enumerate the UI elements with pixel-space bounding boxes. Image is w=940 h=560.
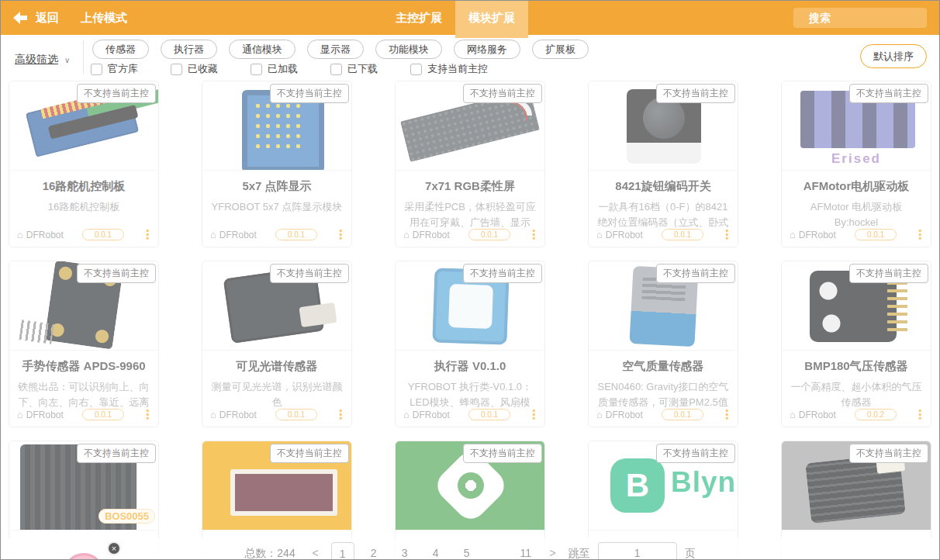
module-card[interactable]: 不支持当前主控 执行器 V0.1.0 YFROBOT 执行类-V0.1.0：LE… [395,261,545,427]
category-sensor[interactable]: 传感器 [92,40,149,59]
kebab-menu-icon[interactable]: ⋮ [527,230,538,240]
kebab-menu-icon[interactable]: ⋮ [721,230,731,240]
kebab-menu-icon[interactable]: ⋮ [914,230,924,240]
checkbox-downloaded[interactable]: 已下载 [330,62,378,76]
next-page-button[interactable]: > [545,542,561,560]
card-footer: ⌂ DFRobot 0.0.1 ⋮ [596,409,731,420]
version-badge: 0.0.1 [82,409,124,420]
category-network[interactable]: 网络服务 [454,40,520,59]
back-label[interactable]: 返回 [36,11,59,26]
module-title: 7x71 RGB柔性屏 [396,179,544,194]
module-card[interactable]: 不支持当前主控 5x7 点阵显示 YFROBOT 5x7 点阵显示模块 ⌂ DF… [202,81,352,247]
version-wrap: 0.0.2 [838,409,914,420]
card-footer: ⌂ DFRobot 0.0.1 ⋮ [210,409,345,420]
module-title: 8421旋钮编码开关 [589,179,738,194]
back-button[interactable]: 返回 [13,11,59,26]
home-icon: ⌂ [596,409,603,420]
back-arrow-icon [13,12,29,24]
module-card[interactable]: Erised 不支持当前主控 AFMotor电机驱动板 AFMotor 电机驱动… [781,81,931,247]
page-number[interactable]: 5 [455,542,479,560]
version-badge: 0.0.1 [855,229,897,240]
prev-page-button[interactable]: < [308,542,323,560]
page-number[interactable]: 1 [331,542,354,560]
module-description: 采用柔性PCB，体积轻盈可应用在可穿戴、广告墙、显示屏、节日... [396,199,544,230]
module-image-caption: Blynk [671,466,738,499]
category-display[interactable]: 显示器 [307,40,364,59]
card-footer: ⌂ DFRobot 0.0.1 ⋮ [210,229,345,240]
version-wrap: 0.0.1 [65,229,141,240]
publisher-name: DFRobot [26,230,64,240]
publisher: ⌂ DFRobot [596,409,645,420]
advanced-filter-toggle[interactable]: 高级筛选 ∨ [15,53,70,67]
card-footer: ⌂ DFRobot 0.0.1 ⋮ [403,229,538,240]
module-card[interactable]: 不支持当前主控 7x71 RGB柔性屏 采用柔性PCB，体积轻盈可应用在可穿戴、… [395,81,545,247]
publisher: ⌂ DFRobot [17,409,65,420]
publisher: ⌂ DFRobot [403,229,451,240]
total-count: 244 [277,547,295,559]
module-card[interactable]: 不支持当前主控 BMP180气压传感器 一个高精度、超小体积的气压传感器 ⌂ D… [781,261,931,427]
unsupported-badge: 不支持当前主控 [270,264,349,283]
card-footer: ⌂ DFRobot 0.0.1 ⋮ [17,409,152,420]
category-actuator[interactable]: 执行器 [161,40,217,59]
chevron-down-icon: ∨ [64,56,70,64]
checkbox-official[interactable]: 官方库 [91,62,138,76]
unsupported-badge: 不支持当前主控 [656,84,735,103]
checkbox-loaded[interactable]: 已加载 [251,62,298,76]
module-title: 16路舵机控制板 [9,179,158,194]
module-card[interactable]: 不支持当前主控 可见光谱传感器 测量可见光光谱，识别光谱颜色 ⌂ DFRobot… [202,261,352,427]
search-box[interactable] [793,8,927,28]
module-title: BMP180气压传感器 [782,359,931,374]
checkbox-supported[interactable]: 支持当前主控 [410,62,488,76]
version-badge: 0.0.1 [662,409,703,420]
category-communication[interactable]: 通信模块 [229,40,295,59]
version-wrap: 0.0.1 [258,229,334,240]
category-shield[interactable]: 扩展板 [532,40,589,59]
version-wrap: 0.0.1 [838,229,914,240]
module-card[interactable]: 不支持当前主控 手势传感器 APDS-9960 铁熊出品：可以识别向上、向下、向… [9,261,159,427]
kebab-menu-icon[interactable]: ⋮ [334,230,345,240]
checkbox-label: 已下载 [347,62,378,76]
home-icon: ⌂ [210,409,216,420]
kebab-menu-icon[interactable]: ⋮ [141,230,152,240]
category-function[interactable]: 功能模块 [375,40,442,59]
page-number[interactable]: 4 [424,542,448,560]
filter-checkboxes: 官方库 已收藏 已加载 已下载 支持当前主控 [91,62,488,76]
checkbox-favorited[interactable]: 已收藏 [171,62,218,76]
page-number-last[interactable]: 11 [514,542,537,560]
module-card[interactable]: 不支持当前主控 空气质量传感器 SEN0460: Gravity接口的空气质量传… [588,261,738,427]
extension-tabs: 主控扩展 模块扩展 [382,1,528,38]
kebab-menu-icon[interactable]: ⋮ [721,410,731,420]
kebab-menu-icon[interactable]: ⋮ [141,410,152,420]
jump-page-input[interactable] [598,542,677,560]
module-title: 5x7 点阵显示 [202,179,351,194]
version-badge: 0.0.1 [662,229,703,240]
kebab-menu-icon[interactable]: ⋮ [914,410,924,420]
default-sort-button[interactable]: 默认排序 [860,44,927,68]
card-footer: ⌂ DFRobot 0.0.1 ⋮ [596,229,731,240]
kebab-menu-icon[interactable]: ⋮ [334,410,345,420]
kebab-menu-icon[interactable]: ⋮ [527,410,538,420]
unsupported-badge: 不支持当前主控 [463,84,542,103]
publisher-name: DFRobot [26,410,64,420]
publisher-name: DFRobot [606,230,643,240]
page-number[interactable]: 2 [362,542,385,560]
home-icon: ⌂ [17,409,23,420]
unsupported-badge: 不支持当前主控 [656,264,735,283]
page-numbers: 12345 [331,542,479,560]
search-input[interactable] [807,11,940,25]
unsupported-badge: 不支持当前主控 [849,444,928,463]
publisher-name: DFRobot [799,410,836,420]
page-number[interactable]: 3 [393,542,416,560]
home-icon: ⌂ [17,229,23,240]
close-icon[interactable]: × [107,541,121,555]
version-wrap: 0.0.1 [645,229,721,240]
module-card[interactable]: 不支持当前主控 8421旋钮编码开关 一款具有16档（0-F）的8421绝对位置… [588,81,738,247]
tab-mainboard-extensions[interactable]: 主控扩展 [382,1,455,35]
module-card[interactable]: 不支持当前主控 16路舵机控制板 16路舵机控制板 ⌂ DFRobot 0.0.… [9,81,159,247]
home-icon: ⌂ [403,229,410,240]
module-title: 手势传感器 APDS-9960 [9,359,158,374]
tab-module-extensions[interactable]: 模块扩展 [455,1,528,38]
upload-mode-label[interactable]: 上传模式 [81,11,127,26]
publisher: ⌂ DFRobot [210,229,258,240]
checkbox-label: 已收藏 [188,62,218,76]
